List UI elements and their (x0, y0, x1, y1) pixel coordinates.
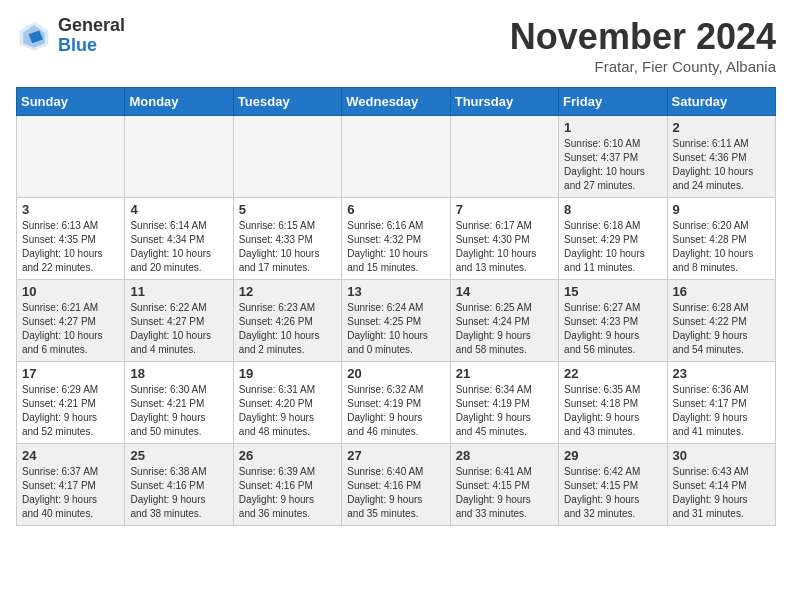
day-info: Sunrise: 6:35 AM Sunset: 4:18 PM Dayligh… (564, 383, 661, 439)
day-of-week-header: Sunday (17, 88, 125, 116)
calendar-header-row: SundayMondayTuesdayWednesdayThursdayFrid… (17, 88, 776, 116)
day-number: 20 (347, 366, 444, 381)
calendar-day-cell: 25Sunrise: 6:38 AM Sunset: 4:16 PM Dayli… (125, 444, 233, 526)
calendar-week-row: 10Sunrise: 6:21 AM Sunset: 4:27 PM Dayli… (17, 280, 776, 362)
day-info: Sunrise: 6:32 AM Sunset: 4:19 PM Dayligh… (347, 383, 444, 439)
calendar-day-cell: 18Sunrise: 6:30 AM Sunset: 4:21 PM Dayli… (125, 362, 233, 444)
calendar-day-cell: 26Sunrise: 6:39 AM Sunset: 4:16 PM Dayli… (233, 444, 341, 526)
day-info: Sunrise: 6:13 AM Sunset: 4:35 PM Dayligh… (22, 219, 119, 275)
day-number: 19 (239, 366, 336, 381)
calendar-day-cell: 7Sunrise: 6:17 AM Sunset: 4:30 PM Daylig… (450, 198, 558, 280)
day-number: 10 (22, 284, 119, 299)
day-of-week-header: Tuesday (233, 88, 341, 116)
day-info: Sunrise: 6:41 AM Sunset: 4:15 PM Dayligh… (456, 465, 553, 521)
day-info: Sunrise: 6:23 AM Sunset: 4:26 PM Dayligh… (239, 301, 336, 357)
logo-blue-text: Blue (58, 36, 125, 56)
day-number: 21 (456, 366, 553, 381)
calendar-day-cell: 17Sunrise: 6:29 AM Sunset: 4:21 PM Dayli… (17, 362, 125, 444)
title-block: November 2024 Fratar, Fier County, Alban… (510, 16, 776, 75)
logo-icon (16, 18, 52, 54)
day-info: Sunrise: 6:14 AM Sunset: 4:34 PM Dayligh… (130, 219, 227, 275)
day-info: Sunrise: 6:11 AM Sunset: 4:36 PM Dayligh… (673, 137, 770, 193)
calendar-day-cell: 29Sunrise: 6:42 AM Sunset: 4:15 PM Dayli… (559, 444, 667, 526)
logo-general-text: General (58, 16, 125, 36)
day-info: Sunrise: 6:39 AM Sunset: 4:16 PM Dayligh… (239, 465, 336, 521)
day-number: 6 (347, 202, 444, 217)
day-info: Sunrise: 6:18 AM Sunset: 4:29 PM Dayligh… (564, 219, 661, 275)
day-info: Sunrise: 6:38 AM Sunset: 4:16 PM Dayligh… (130, 465, 227, 521)
day-number: 15 (564, 284, 661, 299)
calendar-day-cell: 5Sunrise: 6:15 AM Sunset: 4:33 PM Daylig… (233, 198, 341, 280)
day-number: 30 (673, 448, 770, 463)
calendar-week-row: 1Sunrise: 6:10 AM Sunset: 4:37 PM Daylig… (17, 116, 776, 198)
day-info: Sunrise: 6:21 AM Sunset: 4:27 PM Dayligh… (22, 301, 119, 357)
calendar-day-cell: 23Sunrise: 6:36 AM Sunset: 4:17 PM Dayli… (667, 362, 775, 444)
day-info: Sunrise: 6:25 AM Sunset: 4:24 PM Dayligh… (456, 301, 553, 357)
day-number: 27 (347, 448, 444, 463)
calendar-table: SundayMondayTuesdayWednesdayThursdayFrid… (16, 87, 776, 526)
calendar-day-cell: 10Sunrise: 6:21 AM Sunset: 4:27 PM Dayli… (17, 280, 125, 362)
day-number: 13 (347, 284, 444, 299)
day-number: 9 (673, 202, 770, 217)
day-info: Sunrise: 6:20 AM Sunset: 4:28 PM Dayligh… (673, 219, 770, 275)
day-number: 28 (456, 448, 553, 463)
day-info: Sunrise: 6:40 AM Sunset: 4:16 PM Dayligh… (347, 465, 444, 521)
calendar-day-cell: 16Sunrise: 6:28 AM Sunset: 4:22 PM Dayli… (667, 280, 775, 362)
day-number: 17 (22, 366, 119, 381)
day-number: 25 (130, 448, 227, 463)
day-number: 26 (239, 448, 336, 463)
day-number: 12 (239, 284, 336, 299)
calendar-day-cell: 11Sunrise: 6:22 AM Sunset: 4:27 PM Dayli… (125, 280, 233, 362)
day-number: 4 (130, 202, 227, 217)
day-number: 22 (564, 366, 661, 381)
logo: General Blue (16, 16, 125, 56)
day-number: 8 (564, 202, 661, 217)
day-info: Sunrise: 6:28 AM Sunset: 4:22 PM Dayligh… (673, 301, 770, 357)
month-title: November 2024 (510, 16, 776, 58)
day-of-week-header: Saturday (667, 88, 775, 116)
calendar-day-cell: 14Sunrise: 6:25 AM Sunset: 4:24 PM Dayli… (450, 280, 558, 362)
calendar-week-row: 24Sunrise: 6:37 AM Sunset: 4:17 PM Dayli… (17, 444, 776, 526)
calendar-day-cell: 3Sunrise: 6:13 AM Sunset: 4:35 PM Daylig… (17, 198, 125, 280)
calendar-day-cell: 22Sunrise: 6:35 AM Sunset: 4:18 PM Dayli… (559, 362, 667, 444)
day-info: Sunrise: 6:29 AM Sunset: 4:21 PM Dayligh… (22, 383, 119, 439)
day-number: 29 (564, 448, 661, 463)
calendar-day-cell: 20Sunrise: 6:32 AM Sunset: 4:19 PM Dayli… (342, 362, 450, 444)
calendar-day-cell (17, 116, 125, 198)
day-number: 11 (130, 284, 227, 299)
day-info: Sunrise: 6:34 AM Sunset: 4:19 PM Dayligh… (456, 383, 553, 439)
calendar-day-cell: 27Sunrise: 6:40 AM Sunset: 4:16 PM Dayli… (342, 444, 450, 526)
day-info: Sunrise: 6:43 AM Sunset: 4:14 PM Dayligh… (673, 465, 770, 521)
calendar-day-cell: 9Sunrise: 6:20 AM Sunset: 4:28 PM Daylig… (667, 198, 775, 280)
day-info: Sunrise: 6:10 AM Sunset: 4:37 PM Dayligh… (564, 137, 661, 193)
calendar-week-row: 3Sunrise: 6:13 AM Sunset: 4:35 PM Daylig… (17, 198, 776, 280)
day-number: 5 (239, 202, 336, 217)
day-number: 3 (22, 202, 119, 217)
calendar-day-cell: 21Sunrise: 6:34 AM Sunset: 4:19 PM Dayli… (450, 362, 558, 444)
day-of-week-header: Wednesday (342, 88, 450, 116)
calendar-day-cell (125, 116, 233, 198)
day-info: Sunrise: 6:17 AM Sunset: 4:30 PM Dayligh… (456, 219, 553, 275)
calendar-day-cell: 13Sunrise: 6:24 AM Sunset: 4:25 PM Dayli… (342, 280, 450, 362)
calendar-day-cell: 8Sunrise: 6:18 AM Sunset: 4:29 PM Daylig… (559, 198, 667, 280)
day-number: 1 (564, 120, 661, 135)
logo-text: General Blue (58, 16, 125, 56)
calendar-day-cell: 12Sunrise: 6:23 AM Sunset: 4:26 PM Dayli… (233, 280, 341, 362)
calendar-day-cell (342, 116, 450, 198)
day-info: Sunrise: 6:30 AM Sunset: 4:21 PM Dayligh… (130, 383, 227, 439)
day-of-week-header: Monday (125, 88, 233, 116)
day-info: Sunrise: 6:15 AM Sunset: 4:33 PM Dayligh… (239, 219, 336, 275)
calendar-day-cell: 28Sunrise: 6:41 AM Sunset: 4:15 PM Dayli… (450, 444, 558, 526)
day-info: Sunrise: 6:36 AM Sunset: 4:17 PM Dayligh… (673, 383, 770, 439)
calendar-day-cell: 30Sunrise: 6:43 AM Sunset: 4:14 PM Dayli… (667, 444, 775, 526)
calendar-day-cell: 1Sunrise: 6:10 AM Sunset: 4:37 PM Daylig… (559, 116, 667, 198)
calendar-day-cell: 4Sunrise: 6:14 AM Sunset: 4:34 PM Daylig… (125, 198, 233, 280)
day-number: 14 (456, 284, 553, 299)
day-number: 7 (456, 202, 553, 217)
day-info: Sunrise: 6:31 AM Sunset: 4:20 PM Dayligh… (239, 383, 336, 439)
calendar-day-cell (450, 116, 558, 198)
day-number: 16 (673, 284, 770, 299)
calendar-day-cell: 24Sunrise: 6:37 AM Sunset: 4:17 PM Dayli… (17, 444, 125, 526)
day-number: 2 (673, 120, 770, 135)
day-info: Sunrise: 6:42 AM Sunset: 4:15 PM Dayligh… (564, 465, 661, 521)
